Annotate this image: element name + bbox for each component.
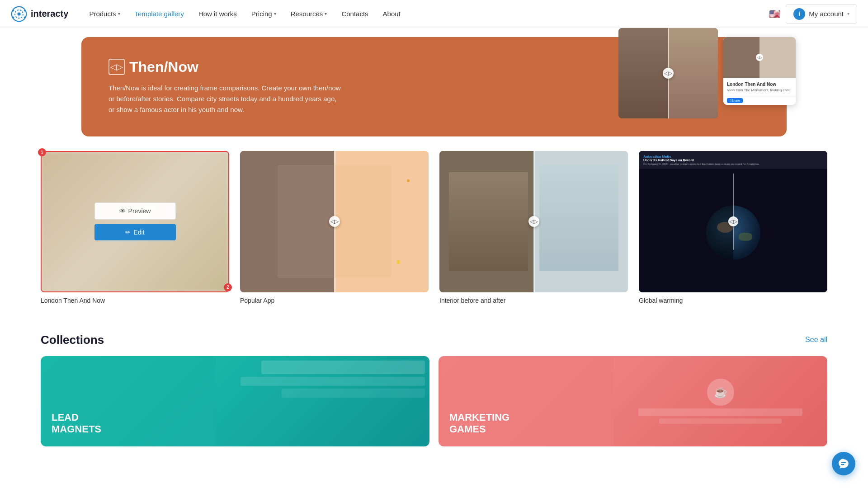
template-thumb-global-warming: Antarctica Melts Under Its Hottest Days … (639, 151, 827, 292)
svg-point-4 (24, 10, 26, 12)
svg-point-2 (17, 12, 20, 15)
pencil-icon: ✏ (125, 229, 131, 236)
eye-icon: 👁 (119, 207, 126, 215)
template-card-global-warming[interactable]: Antarctica Melts Under Its Hottest Days … (639, 151, 827, 304)
template-grid: 1 👁 Preview ✏ Edit (41, 151, 827, 304)
badge-2: 2 (224, 283, 232, 291)
my-account-button[interactable]: i My account ▾ (786, 4, 857, 24)
template-thumb-london: 👁 Preview ✏ Edit (41, 151, 229, 292)
hero-banner: ◁▷ Then/Now Then/Now is ideal for creati… (81, 37, 787, 136)
nav-template-gallery[interactable]: Template gallery (128, 6, 190, 21)
split-handle-icon: ◁▷ (663, 68, 674, 79)
chevron-down-icon: ▾ (325, 11, 327, 16)
earth-date: On February 6, 2020, weather stations re… (643, 163, 823, 165)
language-flag[interactable]: 🇺🇸 (769, 9, 780, 19)
badge-1: 1 (38, 148, 46, 156)
article-split-handle: ◁▷ (756, 54, 763, 61)
chevron-down-icon: ▾ (118, 11, 120, 16)
template-card-london[interactable]: 1 👁 Preview ✏ Edit (41, 151, 229, 304)
edit-button[interactable]: ✏ Edit (94, 224, 176, 240)
collection-card-marketing-games[interactable]: ☕ MARKETINGGAMES (439, 356, 827, 446)
earth-headline: Antarctica Melts (643, 155, 823, 159)
collection-card-lead-magnets[interactable]: LEADMAGNETS (41, 356, 429, 446)
svg-point-5 (13, 16, 14, 18)
svg-point-3 (13, 10, 14, 12)
collections-title: Collections (41, 333, 104, 347)
collection-label-lead-magnets: LEADMAGNETS (52, 412, 101, 436)
nav-pricing[interactable]: Pricing ▾ (245, 6, 283, 21)
nav-about[interactable]: About (377, 6, 407, 21)
nav-contacts[interactable]: Contacts (335, 6, 374, 21)
hero-title: Then/Now (129, 59, 198, 75)
collections-header: Collections See all (41, 333, 827, 347)
logo[interactable]: interacty (11, 6, 68, 22)
see-all-link[interactable]: See all (805, 336, 827, 344)
split-handle-icon: ◁▷ (528, 216, 539, 227)
share-button[interactable]: f Share (727, 98, 743, 103)
hero-description: Then/Now is ideal for creating frame com… (108, 83, 344, 115)
nav-products[interactable]: Products ▾ (83, 6, 126, 21)
article-card-subtitle: View from The Monument, looking east (727, 88, 792, 92)
earth-card-header: Antarctica Melts Under Its Hottest Days … (639, 151, 827, 169)
account-icon: i (793, 8, 805, 20)
collections-grid: LEADMAGNETS ☕ MARKETINGGAMES (41, 356, 827, 446)
template-label-london: London Then And Now (41, 297, 229, 304)
split-handle-icon: ◁▷ (728, 216, 738, 226)
template-thumb-interior: ◁▷ (439, 151, 628, 292)
earth-subheadline: Under Its Hottest Days on Record (643, 159, 823, 162)
template-thumb-popular-app: ◁▷ (240, 151, 429, 292)
split-icon: ◁▷ (108, 59, 125, 75)
collections-section: Collections See all LEADMAGNETS (0, 319, 868, 461)
hero-main-image: ◁▷ (618, 28, 718, 118)
template-card-interior[interactable]: ◁▷ Interior before and after (439, 151, 628, 304)
chevron-down-icon: ▾ (274, 11, 276, 16)
template-label-popular-app: Popular App (240, 297, 429, 304)
preview-button[interactable]: 👁 Preview (94, 202, 176, 220)
chevron-down-icon: ▾ (847, 11, 849, 16)
nav-links: Products ▾ Template gallery How it works… (83, 6, 769, 21)
navbar: interacty Products ▾ Template gallery Ho… (0, 0, 868, 28)
template-overlay: 👁 Preview ✏ Edit (41, 151, 229, 292)
logo-text: interacty (31, 9, 68, 19)
article-card-title: London Then And Now (727, 81, 792, 87)
nav-resources[interactable]: Resources ▾ (284, 6, 334, 21)
split-handle-icon: ◁▷ (329, 216, 340, 227)
collection-label-marketing-games: MARKETINGGAMES (449, 412, 509, 436)
hero-article-card: ◁▷ London Then And Now View from The Mon… (723, 37, 796, 105)
nav-how-it-works[interactable]: How it works (192, 6, 243, 21)
main-content: ◁▷ Then/Now Then/Now is ideal for creati… (0, 28, 868, 461)
svg-point-6 (24, 16, 26, 18)
nav-right: 🇺🇸 i My account ▾ (769, 4, 857, 24)
template-label-global-warming: Global warming (639, 297, 827, 304)
template-label-interior: Interior before and after (439, 297, 628, 304)
template-card-popular-app[interactable]: ◁▷ Popular App (240, 151, 429, 304)
hero-right: ◁▷ ◁▷ London Then And Now View from The … (618, 28, 796, 118)
template-grid-section: 1 👁 Preview ✏ Edit (0, 136, 868, 319)
